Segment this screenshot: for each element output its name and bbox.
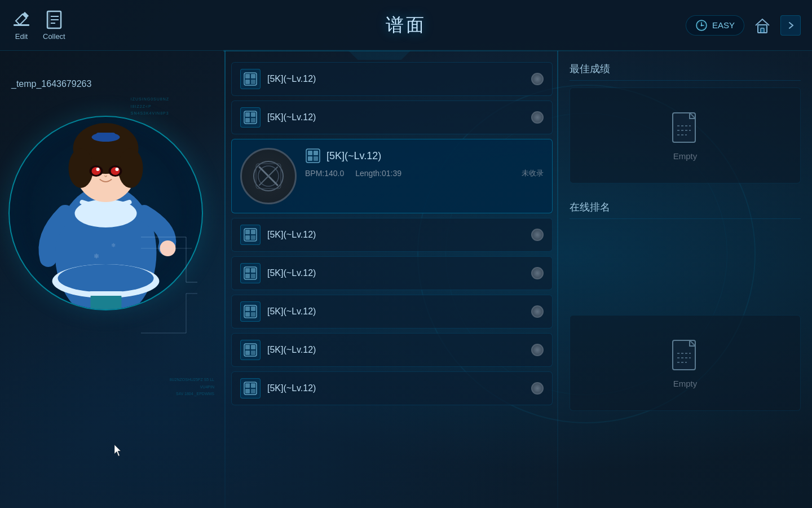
svg-rect-62 xyxy=(245,274,250,278)
svg-rect-65 xyxy=(245,306,250,311)
chart-item[interactable]: [5K](~Lv.12) xyxy=(231,295,553,329)
svg-rect-38 xyxy=(251,80,255,84)
difficulty-icon xyxy=(695,19,708,32)
ranking-label: 在线排名 xyxy=(570,200,801,219)
edit-icon xyxy=(11,10,32,30)
chart-item[interactable]: [5K](~Lv.12) xyxy=(231,371,553,405)
empty-score-icon xyxy=(670,110,701,147)
svg-point-8 xyxy=(700,24,702,26)
nav-forward-button[interactable] xyxy=(780,15,801,36)
chart-label: [5K](~Lv.12) xyxy=(267,345,524,355)
chart-dot xyxy=(531,382,544,395)
chart-item[interactable]: [5K](~Lv.12) xyxy=(231,256,553,290)
chart-dot xyxy=(531,344,544,356)
chart-icon xyxy=(240,301,261,322)
svg-rect-71 xyxy=(251,345,255,349)
chart-active-label: [5K](~Lv.12) xyxy=(326,150,381,162)
ranking-section: 在线排名 xyxy=(570,200,801,219)
svg-rect-53 xyxy=(314,156,318,161)
chart-icon xyxy=(240,225,261,245)
svg-rect-52 xyxy=(308,156,312,161)
svg-rect-73 xyxy=(251,351,255,355)
page-title: 谱面 xyxy=(386,13,426,38)
chart-item[interactable]: [5K](~Lv.12) xyxy=(231,62,553,96)
svg-rect-0 xyxy=(14,24,29,26)
chart-item[interactable]: [5K](~Lv.12) xyxy=(231,333,553,367)
svg-point-13 xyxy=(58,264,153,292)
nav-arrow-icon xyxy=(784,19,797,32)
best-score-section: 最佳成绩 Empty xyxy=(570,62,801,183)
home-icon xyxy=(753,16,771,34)
collect-button[interactable]: Collect xyxy=(43,10,65,41)
svg-rect-63 xyxy=(251,274,255,278)
svg-rect-35 xyxy=(245,74,250,78)
uncollected-badge: 未收录 xyxy=(522,168,544,178)
song-title: _temp_1643679263 xyxy=(11,79,91,89)
header-right-actions: EASY xyxy=(686,14,801,37)
svg-point-18 xyxy=(68,148,93,188)
home-button[interactable] xyxy=(751,14,774,37)
chart-item[interactable]: [5K](~Lv.12) BPM:140.0 Length:01:39 未收录 xyxy=(231,139,553,213)
chart-icon xyxy=(240,340,261,360)
svg-rect-77 xyxy=(245,389,250,393)
collect-icon xyxy=(44,10,64,30)
chart-dot xyxy=(531,305,544,318)
second-score-section: Empty xyxy=(570,315,801,411)
ranking-empty-label: Empty xyxy=(673,379,698,388)
chart-item[interactable]: [5K](~Lv.12) xyxy=(231,100,553,134)
svg-rect-67 xyxy=(245,312,250,317)
deco-text-bottom: 8U2NZOSHU25PZ S5 LL VU4PIN S4V 1804 _EPD… xyxy=(170,376,214,398)
best-score-label: 最佳成绩 xyxy=(570,62,801,81)
svg-rect-2 xyxy=(47,11,50,28)
chart-icon xyxy=(240,378,261,398)
svg-rect-43 xyxy=(251,118,255,122)
chart-bpm: BPM:140.0 xyxy=(305,169,344,178)
svg-rect-42 xyxy=(245,118,250,122)
difficulty-badge[interactable]: EASY xyxy=(686,15,744,36)
top-connector xyxy=(224,50,535,61)
svg-rect-40 xyxy=(245,112,250,117)
chart-icon xyxy=(240,69,261,89)
svg-rect-55 xyxy=(245,230,250,234)
chart-icon xyxy=(240,107,261,128)
divider-right xyxy=(557,51,558,508)
svg-rect-72 xyxy=(245,351,250,355)
chart-label: [5K](~Lv.12) xyxy=(267,112,524,122)
svg-rect-61 xyxy=(251,268,255,273)
chart-dot xyxy=(531,267,544,279)
svg-rect-68 xyxy=(251,312,255,317)
chart-label: [5K](~Lv.12) xyxy=(267,230,524,240)
chart-active-meta: BPM:140.0 Length:01:39 未收录 xyxy=(305,168,544,178)
svg-rect-66 xyxy=(251,306,255,311)
svg-text:❄: ❄ xyxy=(93,252,99,260)
svg-rect-58 xyxy=(251,235,255,240)
chart-label: [5K](~Lv.12) xyxy=(267,268,524,278)
svg-rect-51 xyxy=(314,151,318,155)
chart-icon xyxy=(240,263,261,283)
svg-rect-21 xyxy=(96,133,115,139)
svg-point-25 xyxy=(111,167,120,175)
svg-rect-36 xyxy=(251,74,255,78)
chart-list-panel: [5K](~Lv.12) [5K](~Lv.12) xyxy=(226,51,558,508)
svg-rect-78 xyxy=(251,389,255,393)
edit-button[interactable]: Edit xyxy=(11,10,32,41)
best-score-box: Empty xyxy=(570,87,801,183)
svg-rect-75 xyxy=(245,383,250,388)
svg-rect-41 xyxy=(251,112,255,117)
divider-left xyxy=(224,51,226,508)
header-left-actions: Edit Collect xyxy=(11,10,124,41)
empty-ranking-icon xyxy=(670,338,701,374)
svg-point-24 xyxy=(91,167,100,175)
chart-label: [5K](~Lv.12) xyxy=(267,74,524,84)
svg-point-19 xyxy=(118,148,143,188)
chart-dot xyxy=(531,73,544,85)
svg-rect-60 xyxy=(245,268,250,273)
left-panel: _temp_1643679263 IZUSING0SU8NZ I8IZ2Z<P … xyxy=(0,51,231,508)
difficulty-label: EASY xyxy=(712,20,735,30)
svg-rect-56 xyxy=(251,230,255,234)
chart-item[interactable]: [5K](~Lv.12) xyxy=(231,218,553,252)
chart-length: Length:01:39 xyxy=(355,169,401,178)
best-score-empty-label: Empty xyxy=(673,151,698,161)
svg-point-26 xyxy=(96,168,99,171)
chart-label: [5K](~Lv.12) xyxy=(267,383,524,393)
